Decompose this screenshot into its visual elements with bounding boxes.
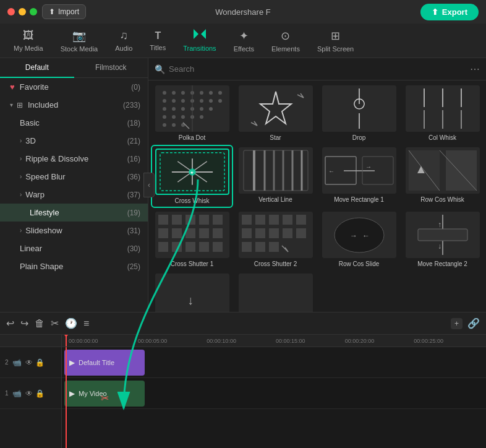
- clock-button[interactable]: 🕐: [65, 317, 77, 329]
- tab-default[interactable]: Default: [0, 58, 74, 78]
- nav-stock-media[interactable]: 📷 Stock Media: [52, 25, 107, 56]
- effect-thumb-item-13: ↓: [155, 274, 229, 312]
- minimize-button[interactable]: [19, 8, 26, 15]
- svg-text:→: →: [365, 163, 372, 170]
- nav-effects[interactable]: ✦ Effects: [225, 25, 263, 56]
- sidebar-item-warp[interactable]: › Warp (37): [0, 186, 148, 204]
- video-clip[interactable]: ▶ My Video ✂: [64, 381, 145, 407]
- sidebar-plain-shape-label: Plain Shape: [20, 262, 63, 271]
- svg-rect-74: [199, 215, 209, 225]
- sidebar-item-slideshow[interactable]: › Slideshow (31): [0, 222, 148, 239]
- lock-icon-1[interactable]: 🔒: [35, 389, 45, 398]
- sidebar-item-included[interactable]: ▾ ⊞ Included (233): [0, 96, 148, 114]
- cut-button[interactable]: ✂: [51, 317, 59, 329]
- sidebar-item-plain-shape[interactable]: Plain Shape (25): [0, 257, 148, 275]
- effect-drop-label: Drop: [352, 134, 366, 141]
- tab-filmstock[interactable]: Filmstock: [74, 58, 148, 77]
- effect-move-rectangle-2[interactable]: ↑ ↓ Move Rectangle 2: [401, 209, 484, 270]
- title-clip[interactable]: ▶ Default Title: [64, 350, 145, 376]
- nav-titles[interactable]: T Titles: [141, 27, 174, 55]
- nav-stock-media-label: Stock Media: [61, 45, 98, 53]
- grid-options-icon[interactable]: ⋯: [470, 63, 480, 75]
- close-button[interactable]: [7, 8, 15, 15]
- sidebar-item-favorite[interactable]: ♥ Favorite (0): [0, 78, 148, 96]
- search-input[interactable]: [169, 64, 466, 74]
- lock-icon-2[interactable]: 🔒: [35, 358, 45, 367]
- svg-point-20: [181, 115, 185, 119]
- audio-icon: ♫: [120, 29, 129, 42]
- effect-thumb-vertical-line: [239, 147, 313, 194]
- effect-move-rectangle-1[interactable]: → ← Move Rectangle 1: [318, 145, 400, 208]
- svg-text:↓: ↓: [187, 293, 194, 307]
- nav-elements[interactable]: ⊙ Elements: [263, 25, 309, 56]
- svg-point-10: [181, 99, 185, 103]
- track-2-controls: 👁 🔒: [25, 358, 45, 367]
- chevron-right-icon-2: ›: [20, 155, 22, 162]
- heart-icon: ♥: [10, 82, 15, 92]
- title-clip-icon: ▶: [69, 358, 75, 367]
- sidebar-included-label: Included: [28, 100, 58, 110]
- nav-effects-label: Effects: [234, 45, 254, 53]
- sidebar-item-basic[interactable]: Basic (18): [0, 114, 148, 132]
- search-icon: 🔍: [155, 64, 165, 74]
- maximize-button[interactable]: [30, 8, 37, 15]
- svg-point-28: [209, 99, 213, 103]
- svg-point-18: [163, 115, 166, 119]
- sidebar-plain-shape-count: (25): [127, 262, 140, 271]
- effect-row-cos-whisk[interactable]: ▲ Row Cos Whisk: [401, 145, 484, 208]
- delete-button[interactable]: 🗑: [35, 318, 45, 329]
- title-clip-label: Default Title: [79, 359, 114, 366]
- timeline-tracks: ▶ Default Title ▶ My Video ✂: [62, 347, 486, 448]
- sidebar-item-speed-blur[interactable]: › Speed Blur (36): [0, 168, 148, 186]
- export-button[interactable]: ⬆ Export: [420, 4, 479, 20]
- import-button[interactable]: ⬆ Import: [42, 4, 86, 19]
- effect-item-13[interactable]: ↓: [151, 271, 233, 312]
- chevron-right-icon-5: ›: [20, 227, 22, 234]
- svg-point-8: [163, 99, 166, 103]
- eye-icon-2[interactable]: 👁: [25, 358, 33, 367]
- effect-row-cos-slide[interactable]: → ← Row Cos Slide: [318, 209, 400, 270]
- sidebar-favorite-label: Favorite: [20, 82, 49, 92]
- effect-col-whisk[interactable]: Col Whisk: [401, 83, 484, 144]
- effect-drop[interactable]: Drop: [318, 83, 400, 144]
- eye-icon-1[interactable]: 👁: [25, 389, 33, 398]
- add-track-button[interactable]: +: [451, 318, 463, 329]
- sidebar-linear-label: Linear: [20, 244, 42, 253]
- svg-rect-93: [255, 228, 265, 238]
- nav-split-screen[interactable]: ⊞ Split Screen: [309, 25, 362, 56]
- effect-item-14[interactable]: [234, 271, 317, 312]
- svg-text:→: →: [350, 231, 357, 240]
- nav-my-media[interactable]: 🖼 My Media: [5, 25, 52, 56]
- effect-polka-dot[interactable]: Polka Dot: [151, 83, 233, 144]
- sidebar-warp-count: (37): [127, 191, 140, 199]
- effect-star[interactable]: Star: [234, 83, 317, 144]
- svg-rect-77: [172, 228, 182, 238]
- effect-cross-shutter-1[interactable]: Cross Shutter 1: [151, 209, 233, 270]
- effect-move-rectangle-1-label: Move Rectangle 1: [334, 196, 384, 203]
- svg-rect-109: [418, 229, 467, 241]
- sidebar-item-lifestyle[interactable]: Lifestyle (19): [0, 204, 148, 222]
- svg-point-29: [218, 99, 222, 103]
- effect-cross-whisk[interactable]: ✦ Cross Whisk: [151, 145, 233, 208]
- svg-rect-92: [242, 228, 252, 238]
- effect-vertical-line[interactable]: Vertical Line: [234, 145, 317, 208]
- nav-transitions[interactable]: Transitions: [174, 25, 224, 56]
- svg-rect-112: [239, 274, 313, 312]
- timeline-right-controls: + 🔗: [451, 317, 480, 329]
- sidebar-item-3d[interactable]: › 3D (21): [0, 132, 148, 150]
- panel-collapse-button[interactable]: ‹: [143, 173, 155, 197]
- nav-audio-label: Audio: [115, 45, 132, 52]
- effects-icon: ✦: [239, 29, 249, 43]
- import-icon: ⬆: [49, 7, 55, 16]
- settings-button[interactable]: ≡: [83, 318, 89, 329]
- link-button[interactable]: 🔗: [467, 317, 480, 329]
- redo-button[interactable]: ↪: [20, 317, 28, 329]
- titlebar-left: ⬆ Import: [7, 4, 86, 19]
- sidebar-item-linear[interactable]: Linear (30): [0, 239, 148, 257]
- effect-cross-shutter-2-label: Cross Shutter 2: [254, 261, 297, 267]
- effect-thumb-row-cos-whisk: ▲: [406, 147, 480, 194]
- undo-button[interactable]: ↩: [6, 317, 14, 329]
- effect-cross-shutter-2[interactable]: Cross Shutter 2: [234, 209, 317, 270]
- nav-audio[interactable]: ♫ Audio: [106, 25, 141, 56]
- sidebar-item-ripple[interactable]: › Ripple & Dissolve (16): [0, 150, 148, 168]
